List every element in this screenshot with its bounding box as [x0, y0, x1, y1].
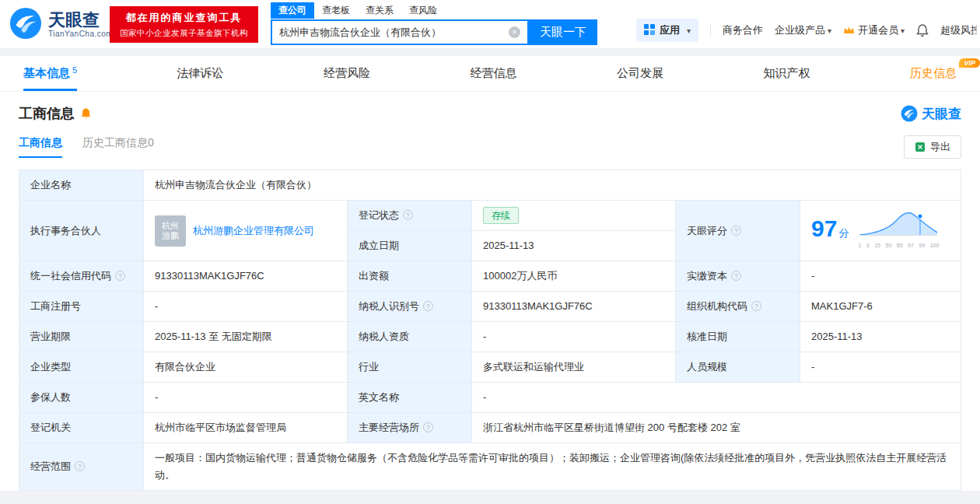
- table-row: 执行事务合伙人 杭州 游鹏 杭州游鹏企业管理有限公司 登记状态? 存续: [19, 201, 961, 231]
- help-icon[interactable]: ?: [115, 271, 125, 281]
- tab-operation-risk[interactable]: 经营风险: [324, 56, 370, 91]
- tab-operation-risk-label: 经营风险: [324, 66, 370, 81]
- tianyancha-watermark-label: 天眼查: [922, 105, 961, 123]
- table-row: 工商注册号 - 纳税人识别号? 91330113MAK1GJF76C 组织机构代…: [19, 292, 961, 322]
- score-chart: 131550859799100: [858, 207, 939, 254]
- apps-menu[interactable]: 应用 ▾: [636, 19, 698, 42]
- field-business-scope-value: 一般项目：国内货物运输代理；普通货物仓储服务（不含危险化学品等需许可审批的项目）…: [144, 443, 961, 491]
- field-paid-capital-label: 实缴资本?: [676, 261, 800, 292]
- top-header: 天眼查 TianYanCha.com 都在用的商业查询工具 国家中小企业发展子基…: [0, 0, 980, 48]
- field-industry-value: 多式联运和运输代理业: [472, 352, 676, 383]
- help-icon[interactable]: ?: [751, 301, 761, 311]
- tab-company-development-label: 公司发展: [617, 66, 663, 81]
- chevron-down-icon: ▾: [901, 26, 905, 35]
- tab-legal-litigation-label: 法律诉讼: [177, 66, 224, 81]
- promo-banner-line2: 国家中小企业发展子基金旗下机构: [110, 28, 258, 39]
- field-taxpayer-quality-label: 纳税人资质: [348, 322, 472, 352]
- search-tab-company[interactable]: 查公司: [271, 2, 314, 19]
- field-score-label: 天眼评分?: [676, 201, 800, 261]
- header-gap: [0, 48, 980, 56]
- search-type-tabs: 查公司 查老板 查关系 查风险: [271, 2, 597, 19]
- field-company-type-value: 有限合伙企业: [144, 352, 348, 383]
- nav-business-cooperation[interactable]: 商务合作: [723, 23, 763, 37]
- subtab-history-business-info[interactable]: 历史工商信息0: [82, 136, 154, 158]
- tab-operation-info-label: 经营信息: [471, 66, 517, 81]
- business-info-section: 工商信息 天眼查 工商信息 历史工商信息0: [0, 92, 980, 491]
- field-company-type-label: 企业类型: [19, 352, 144, 383]
- score-number: 97: [811, 215, 837, 241]
- partner-company-logo[interactable]: 杭州 游鹏: [155, 215, 186, 247]
- tianyancha-watermark: 天眼查: [901, 105, 961, 123]
- field-capital-label: 出资额: [348, 261, 472, 292]
- help-icon[interactable]: ?: [75, 461, 85, 471]
- tab-basic-info[interactable]: 基本信息 5: [23, 56, 77, 91]
- tab-basic-info-label: 基本信息: [23, 66, 70, 81]
- help-icon[interactable]: ?: [423, 422, 433, 432]
- section-title: 工商信息: [19, 104, 75, 123]
- export-button[interactable]: 导出: [904, 135, 961, 159]
- table-row: 企业名称 杭州申吉物流合伙企业（有限合伙）: [19, 170, 961, 201]
- field-paid-capital-value: -: [800, 261, 961, 292]
- field-approval-date-label: 核准日期: [676, 322, 800, 352]
- search-tab-risk[interactable]: 查风险: [401, 2, 445, 19]
- notification-bell-icon[interactable]: [916, 23, 929, 37]
- table-row: 参保人数 - 英文名称 -: [19, 383, 961, 413]
- nav-enterprise-products-label: 企业级产品: [775, 23, 825, 37]
- subscribe-bell-icon[interactable]: [80, 107, 92, 120]
- crown-icon: [843, 26, 855, 35]
- search-input[interactable]: 杭州申吉物流合伙企业（有限合伙） ×: [271, 19, 529, 45]
- promo-banner-line1: 都在用的商业查询工具: [110, 11, 258, 25]
- table-row: 统一社会信用代码? 91330113MAK1GJF76C 出资额 100002万…: [19, 261, 961, 292]
- tianyan-score: 97分: [811, 220, 849, 242]
- field-capital-value: 100002万人民币: [472, 261, 676, 292]
- brand-domain: TianYanCha.com: [48, 30, 113, 38]
- tab-intellectual-property[interactable]: 知识产权: [763, 56, 810, 91]
- chevron-down-icon: ▾: [687, 26, 691, 35]
- field-reg-status-label: 登记状态?: [348, 201, 472, 231]
- tab-operation-info[interactable]: 经营信息: [471, 56, 517, 91]
- field-premises-label: 主要经营场所?: [348, 413, 472, 443]
- table-row: 营业期限 2025-11-13 至 无固定期限 纳税人资质 - 核准日期 202…: [19, 322, 961, 352]
- field-company-name-value: 杭州申吉物流合伙企业（有限合伙）: [144, 170, 961, 201]
- tab-basic-info-count: 5: [72, 65, 77, 75]
- vip-badge: VIP: [959, 58, 980, 68]
- nav-super-risk-label: 超级风控: [940, 23, 977, 37]
- chevron-down-icon: ▾: [828, 26, 831, 35]
- status-badge: 存续: [483, 207, 519, 224]
- table-row: 企业类型 有限合伙企业 行业 多式联运和运输代理业 人员规模 -: [19, 352, 961, 383]
- field-insured-count-value: -: [144, 383, 348, 413]
- field-establish-date-label: 成立日期: [348, 231, 472, 261]
- field-org-code-value: MAK1GJF7-6: [800, 292, 961, 322]
- help-icon[interactable]: ?: [423, 301, 433, 311]
- search-tab-boss[interactable]: 查老板: [314, 2, 358, 19]
- subtab-business-info[interactable]: 工商信息: [19, 136, 62, 158]
- tab-intellectual-property-label: 知识产权: [763, 66, 810, 81]
- field-business-term-label: 营业期限: [19, 322, 144, 352]
- clear-search-icon[interactable]: ×: [509, 26, 520, 38]
- field-staff-size-value: -: [800, 352, 961, 383]
- field-taxpayer-quality-value: -: [472, 322, 676, 352]
- nav-open-vip[interactable]: 开通会员 ▾: [843, 23, 905, 37]
- partner-company-link[interactable]: 杭州游鹏企业管理有限公司: [193, 222, 314, 240]
- help-icon[interactable]: ?: [731, 271, 741, 281]
- apps-menu-label: 应用: [660, 23, 680, 37]
- tianyancha-logo[interactable]: 天眼查 TianYanCha.com: [9, 7, 113, 42]
- nav-super-risk[interactable]: 超级风控: [940, 23, 977, 37]
- field-taxpayer-id-value: 91330113MAK1GJF76C: [472, 292, 676, 322]
- tab-history-info[interactable]: 历史信息 VIP: [910, 56, 957, 91]
- nav-enterprise-products[interactable]: 企业级产品 ▾: [775, 23, 831, 37]
- search-button[interactable]: 天眼一下: [529, 19, 597, 45]
- company-section-tabs: 基本信息 5 法律诉讼 经营风险 经营信息 公司发展 知识产权 历史信息 VIP: [0, 56, 980, 92]
- business-info-table: 企业名称 杭州申吉物流合伙企业（有限合伙） 执行事务合伙人 杭州 游鹏 杭州游鹏…: [19, 170, 961, 491]
- field-business-term-value: 2025-11-13 至 无固定期限: [144, 322, 348, 352]
- help-icon[interactable]: ?: [403, 210, 413, 220]
- help-icon[interactable]: ?: [731, 226, 741, 236]
- export-button-label: 导出: [930, 140, 950, 154]
- tab-company-development[interactable]: 公司发展: [617, 56, 663, 91]
- tab-legal-litigation[interactable]: 法律诉讼: [177, 56, 224, 91]
- field-english-name-value: -: [472, 383, 961, 413]
- field-reg-authority-label: 登记机关: [19, 413, 144, 443]
- score-curve-chart: [858, 207, 939, 236]
- nav-business-cooperation-label: 商务合作: [723, 23, 763, 37]
- search-tab-relation[interactable]: 查关系: [358, 2, 401, 19]
